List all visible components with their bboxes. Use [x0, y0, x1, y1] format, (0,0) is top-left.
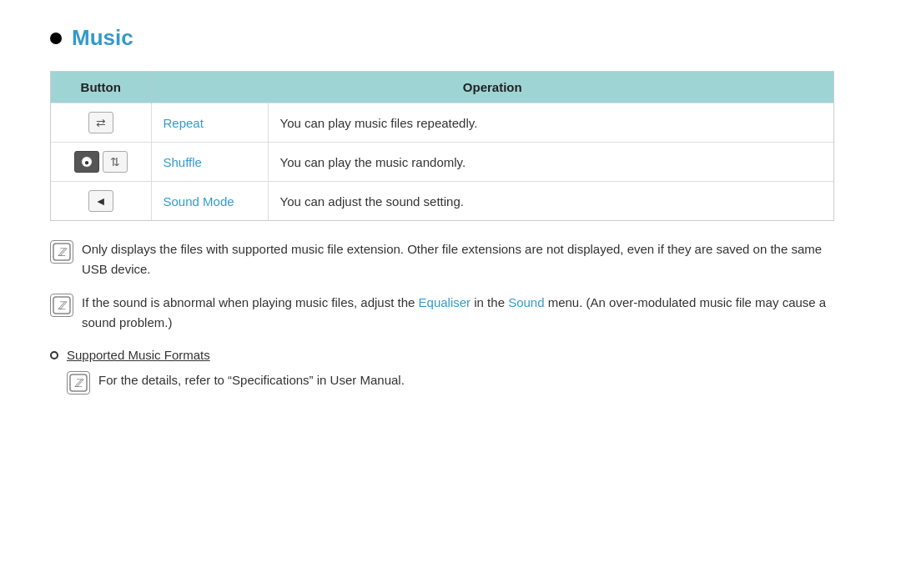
col-button: Button — [51, 72, 151, 103]
note-symbol-svg-3: ℤ — [69, 374, 88, 392]
feature-name-cell-repeat: Repeat — [151, 103, 268, 143]
description-cell-sound: You can adjust the sound setting. — [268, 182, 833, 221]
sound-button-icons: ◄ — [63, 190, 139, 212]
note-1: ℤ Only displays the files with supported… — [50, 239, 834, 279]
table-row: ◄ Sound Mode You can adjust the sound se… — [51, 182, 833, 221]
table-row: ● ⇅ Shuffle You can play the music rando… — [51, 143, 833, 182]
note-2: ℤ If the sound is abnormal when playing … — [50, 293, 834, 333]
description-cell-shuffle: You can play the music randomly. — [268, 143, 833, 182]
repeat-icon: ⇄ — [96, 116, 106, 129]
note2-highlight-sound: Sound — [508, 295, 544, 309]
svg-text:ℤ: ℤ — [74, 377, 84, 389]
col-operation: Operation — [151, 72, 833, 103]
note-symbol-svg-2: ℤ — [53, 296, 71, 314]
note2-text-middle: in the — [471, 295, 508, 309]
sub-note-text: For the details, refer to “Specification… — [98, 370, 405, 390]
note-symbol-svg-1: ℤ — [53, 243, 71, 261]
shuffle-icon: ⇅ — [110, 155, 120, 168]
title-bullet — [50, 33, 62, 44]
description-cell-repeat: You can play music files repeatedly. — [268, 103, 833, 143]
note2-text-before: If the sound is abnormal when playing mu… — [82, 295, 419, 309]
svg-text:ℤ: ℤ — [58, 246, 68, 259]
shuffle-button-icons: ● ⇅ — [63, 151, 139, 173]
button-cell-sound: ◄ — [51, 182, 151, 221]
sub-note-icon: ℤ — [67, 371, 90, 395]
repeat-label: Repeat — [164, 116, 247, 130]
svg-text:●: ● — [84, 158, 89, 167]
page-title-section: Music — [50, 25, 851, 51]
table-header-row: Button Operation — [51, 72, 833, 103]
sub-bullet-dot — [50, 351, 58, 359]
repeat-button-icons: ⇄ — [63, 112, 139, 133]
svg-text:ℤ: ℤ — [58, 299, 68, 312]
feature-name-cell-shuffle: Shuffle — [151, 143, 268, 182]
shuffle-icon-box-dark: ● — [74, 151, 99, 173]
note2-highlight-equaliser: Equaliser — [419, 295, 471, 309]
button-cell-repeat: ⇄ — [51, 103, 151, 143]
sound-icon-box: ◄ — [88, 190, 113, 212]
music-table: Button Operation ⇄ Repeat You can play m… — [51, 72, 833, 220]
sound-mode-label: Sound Mode — [164, 194, 247, 209]
music-table-container: Button Operation ⇄ Repeat You can play m… — [50, 71, 834, 221]
note-text-1: Only displays the files with supported m… — [82, 239, 834, 279]
sub-section-label: Supported Music Formats — [67, 348, 210, 362]
page-title: Music — [72, 25, 133, 51]
repeat-icon-box: ⇄ — [88, 112, 113, 133]
sub-section-music-formats: Supported Music Formats ℤ For the detail… — [50, 348, 851, 395]
note-text-2: If the sound is abnormal when playing mu… — [82, 293, 834, 333]
feature-name-cell-sound: Sound Mode — [151, 182, 268, 221]
sub-bullet-music-formats: Supported Music Formats — [50, 348, 851, 362]
shuffle-label: Shuffle — [164, 155, 247, 169]
shuffle-icon-svg: ● — [80, 155, 93, 168]
table-row: ⇄ Repeat You can play music files repeat… — [51, 103, 833, 143]
note-icon-1: ℤ — [50, 240, 73, 264]
note-icon-2: ℤ — [50, 294, 73, 317]
sound-icon: ◄ — [95, 194, 107, 208]
button-cell-shuffle: ● ⇅ — [51, 143, 151, 182]
sub-note-specs: ℤ For the details, refer to “Specificati… — [67, 370, 851, 395]
shuffle-icon-box-light: ⇅ — [103, 151, 128, 173]
